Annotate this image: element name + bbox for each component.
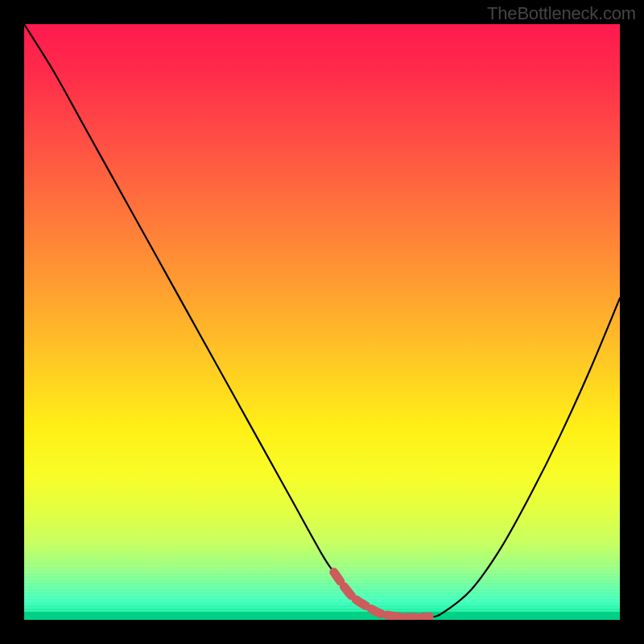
optimal-range-highlight [334,572,429,617]
curve-svg [24,24,620,620]
chart-container: TheBottleneck.com [0,0,644,644]
attribution-text: TheBottleneck.com [487,3,636,24]
plot-baseline [24,612,620,620]
bottleneck-curve [24,24,620,617]
plot-area [24,24,620,620]
